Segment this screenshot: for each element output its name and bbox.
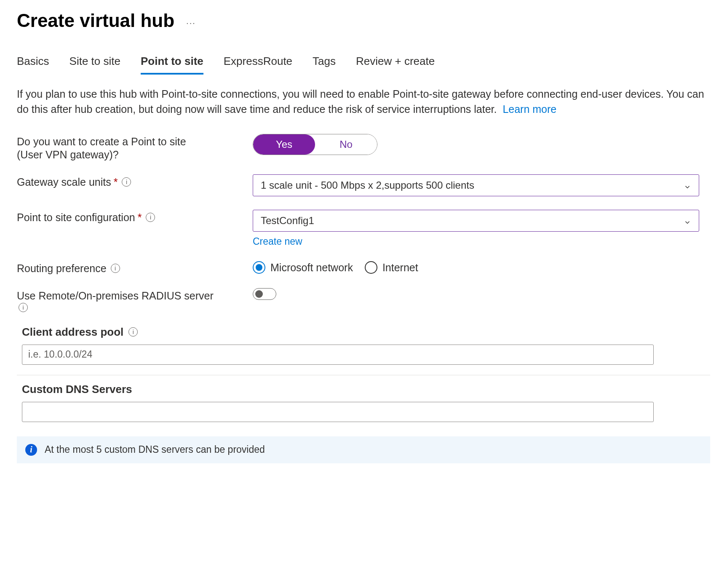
dns-info-text: At the most 5 custom DNS servers can be …	[45, 444, 265, 455]
radius-label: Use Remote/On-premises RADIUS server	[17, 290, 214, 302]
required-indicator: *	[138, 211, 142, 224]
p2s-config-value: TestConfig1	[261, 215, 314, 227]
learn-more-link[interactable]: Learn more	[502, 103, 556, 115]
create-p2s-no[interactable]: No	[315, 134, 377, 155]
more-actions-icon[interactable]: ···	[186, 14, 196, 28]
create-p2s-toggle[interactable]: Yes No	[253, 134, 377, 155]
dns-info-banner: i At the most 5 custom DNS servers can b…	[17, 436, 710, 463]
tab-basics[interactable]: Basics	[17, 55, 49, 75]
chevron-down-icon	[684, 217, 691, 225]
routing-pref-microsoft-label: Microsoft network	[270, 262, 353, 274]
client-pool-heading: Client address pool	[22, 326, 123, 339]
routing-pref-label: Routing preference	[17, 262, 107, 275]
info-icon[interactable]: i	[111, 264, 120, 273]
divider	[17, 375, 710, 375]
description-text: If you plan to use this hub with Point-t…	[17, 88, 704, 115]
create-p2s-label-line2: (User VPN gateway)?	[17, 149, 119, 161]
tabs-bar: Basics Site to site Point to site Expres…	[17, 55, 710, 75]
tab-point-to-site[interactable]: Point to site	[141, 55, 203, 75]
create-p2s-yes[interactable]: Yes	[253, 134, 315, 155]
routing-pref-internet[interactable]: Internet	[365, 261, 418, 274]
chevron-down-icon	[684, 182, 691, 189]
routing-pref-microsoft[interactable]: Microsoft network	[253, 261, 353, 274]
custom-dns-input[interactable]	[22, 402, 654, 422]
p2s-config-select[interactable]: TestConfig1	[253, 210, 699, 232]
scale-units-label: Gateway scale units	[17, 176, 111, 188]
routing-pref-radio-group: Microsoft network Internet	[253, 261, 699, 274]
create-p2s-label-line1: Do you want to create a Point to site	[17, 136, 186, 148]
tab-review-create[interactable]: Review + create	[356, 55, 435, 75]
p2s-config-label: Point to site configuration	[17, 211, 135, 224]
radio-icon	[253, 261, 265, 274]
info-icon[interactable]: i	[146, 213, 155, 222]
info-icon[interactable]: i	[122, 177, 131, 187]
client-pool-input[interactable]	[22, 345, 654, 365]
tab-site-to-site[interactable]: Site to site	[69, 55, 120, 75]
scale-units-value: 1 scale unit - 500 Mbps x 2,supports 500…	[261, 179, 474, 191]
switch-knob-icon	[255, 290, 263, 298]
page-title: Create virtual hub	[17, 10, 174, 31]
tab-expressroute[interactable]: ExpressRoute	[224, 55, 292, 75]
info-banner-icon: i	[25, 444, 37, 456]
create-new-link[interactable]: Create new	[253, 236, 302, 247]
info-icon[interactable]: i	[19, 303, 28, 312]
tab-tags[interactable]: Tags	[313, 55, 336, 75]
radio-icon	[365, 261, 377, 274]
info-icon[interactable]: i	[128, 327, 138, 337]
custom-dns-heading: Custom DNS Servers	[22, 383, 132, 396]
routing-pref-internet-label: Internet	[382, 262, 418, 274]
required-indicator: *	[114, 176, 118, 188]
scale-units-select[interactable]: 1 scale unit - 500 Mbps x 2,supports 500…	[253, 174, 699, 196]
tab-description: If you plan to use this hub with Point-t…	[17, 86, 708, 117]
radius-switch[interactable]	[253, 288, 276, 300]
